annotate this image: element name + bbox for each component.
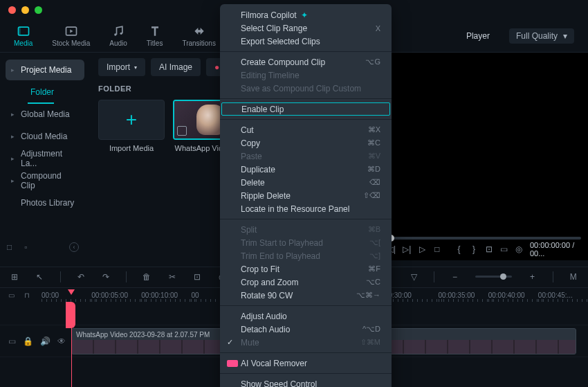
sidebar-item-adjustment-layer[interactable]: ▸Adjustment La...: [6, 148, 84, 169]
preview-controls: ◁| ▷| ▷ □ { } ⊡ ▭ ◎ 00:00:00:00 / 00...: [387, 241, 581, 258]
maximize-window-button[interactable]: [35, 6, 42, 14]
crop-button[interactable]: ⊡: [192, 271, 202, 282]
video-track-icon[interactable]: ▭: [8, 336, 16, 346]
volume-icon[interactable]: 🔊: [40, 336, 50, 346]
sidebar-item-photos-library[interactable]: Photos Library: [6, 192, 84, 213]
menu-item-locate-in-the-resource-panel[interactable]: Locate in the Resource Panel: [220, 202, 392, 215]
titles-icon: [148, 24, 162, 38]
ai-badge-icon: [227, 360, 238, 367]
chevron-down-icon: ▾: [134, 64, 137, 71]
sparkle-icon: [227, 10, 237, 20]
menu-item-save-as-compound-clip-custom: Save as Compound Clip Custom: [220, 82, 392, 95]
chevron-down-icon: ▾: [563, 31, 567, 41]
preview-panel: ◁| ▷| ▷ □ { } ⊡ ▭ ◎ 00:00:00:00 / 00...: [380, 53, 588, 260]
collapse-sidebar-button[interactable]: ‹: [69, 242, 79, 252]
sidebar-item-project-media[interactable]: ▸Project Media: [6, 60, 84, 80]
menu-item-crop-to-fit[interactable]: Crop to Fit⌘F: [220, 262, 392, 276]
playhead[interactable]: [71, 305, 72, 387]
tab-audio[interactable]: Audio: [109, 24, 127, 47]
zoom-out-button[interactable]: −: [450, 271, 459, 282]
play-pause-button[interactable]: ▷|: [403, 244, 411, 254]
window-controls: [8, 6, 42, 14]
bracket-open-icon[interactable]: {: [455, 244, 463, 254]
menu-item-editing-timeline: Editing Timeline: [220, 69, 392, 82]
sidebar-item-cloud-media[interactable]: ▸Cloud Media: [6, 126, 84, 147]
pointer-icon[interactable]: ↖: [35, 271, 44, 282]
menu-item-duplicate[interactable]: Duplicate⌘D: [220, 163, 392, 176]
chevron-right-icon: ▸: [11, 66, 15, 73]
sidebar-item-folder[interactable]: Folder: [0, 82, 90, 102]
stock-media-icon: [64, 24, 78, 38]
chevron-right-icon: ▸: [11, 133, 15, 140]
context-menu: Filmora Copilot ✦Select Clip RangeXExpor…: [220, 4, 392, 387]
menu-item-rotate-90-cw[interactable]: Rotate 90 CW⌥⌘→: [220, 289, 392, 302]
menu-item-copy[interactable]: Copy⌘C: [220, 136, 392, 150]
sidebar: ▸Project Media Folder ▸Global Media ▸Clo…: [0, 53, 90, 260]
crop-icon[interactable]: ⊡: [485, 244, 493, 254]
quality-dropdown[interactable]: Full Quality ▾: [509, 28, 574, 44]
delete-button[interactable]: 🗑: [142, 271, 151, 282]
menu-item-ripple-delete[interactable]: Ripple Delete⇧⌫: [220, 189, 392, 202]
import-button[interactable]: Import▾: [98, 58, 145, 76]
menu-item-export-selected-clips[interactable]: Export Selected Clips: [220, 35, 392, 48]
menu-item-crop-and-zoom[interactable]: Crop and Zoom⌥C: [220, 276, 392, 289]
menu-item-ai-vocal-remover[interactable]: AI Vocal Remover: [220, 357, 392, 370]
display-icon[interactable]: ▭: [500, 244, 508, 254]
record-dot-icon: ●: [214, 62, 219, 72]
film-icon: [177, 126, 187, 136]
tab-stock-media[interactable]: Stock Media: [52, 24, 90, 47]
menu-item-show-speed-control[interactable]: Show Speed Control: [220, 377, 392, 387]
play-button[interactable]: ▷: [418, 244, 426, 254]
preview-scrubber[interactable]: [387, 237, 581, 240]
redo-button[interactable]: ↷: [101, 271, 111, 282]
track-view-icon[interactable]: ▭: [8, 291, 15, 299]
zoom-slider[interactable]: [475, 276, 513, 278]
new-folder-icon[interactable]: □: [7, 242, 12, 252]
ai-image-button[interactable]: AI Image: [151, 58, 201, 76]
media-icon: [17, 24, 30, 38]
menu-item-detach-audio[interactable]: Detach Audio^⌥D: [220, 323, 392, 336]
menu-item-trim-start-to-playhead: Trim Start to Playhead⌥[: [220, 236, 392, 249]
menu-item-enable-clip[interactable]: Enable Clip: [221, 102, 390, 116]
clip-handle[interactable]: [66, 302, 75, 328]
sidebar-item-global-media[interactable]: ▸Global Media: [6, 104, 84, 125]
lock-icon[interactable]: 🔒: [23, 336, 33, 346]
minimize-window-button[interactable]: [21, 6, 29, 14]
ruler-tick: 00:00:35:00: [439, 291, 488, 299]
menu-item-cut[interactable]: Cut⌘X: [220, 123, 392, 136]
transitions-icon: [192, 24, 206, 38]
marker-m-icon[interactable]: M: [569, 271, 578, 282]
menu-item-delete[interactable]: Delete⌫: [220, 176, 392, 189]
menu-item-filmora-copilot[interactable]: Filmora Copilot ✦: [220, 8, 392, 21]
ruler-tick: 00:00:45:...: [538, 291, 588, 299]
tab-titles[interactable]: Titles: [147, 24, 163, 47]
svg-point-3: [114, 33, 116, 35]
magnet-icon[interactable]: ⊓: [24, 291, 30, 299]
tab-media[interactable]: Media: [14, 24, 33, 47]
tab-transitions[interactable]: Transitions: [182, 24, 216, 47]
ruler-tick: 00:00: [42, 291, 91, 299]
zoom-handle[interactable]: [500, 273, 506, 280]
snapshot-icon[interactable]: ◎: [515, 244, 523, 254]
menu-item-select-clip-range[interactable]: Select Clip RangeX: [220, 21, 392, 35]
close-window-button[interactable]: [8, 6, 16, 14]
import-media-tile[interactable]: + Import Media: [98, 100, 165, 152]
grid-icon[interactable]: ⊞: [10, 271, 19, 282]
bracket-close-icon[interactable]: }: [470, 244, 478, 254]
new-bin-icon[interactable]: ▫: [24, 242, 27, 252]
stop-button[interactable]: □: [433, 244, 441, 254]
zoom-in-button[interactable]: +: [527, 271, 537, 282]
ruler-tick: 00:00:10:00: [141, 291, 191, 299]
visibility-icon[interactable]: 👁: [57, 336, 66, 346]
sidebar-item-compound-clip[interactable]: ▸Compound Clip: [6, 170, 84, 191]
menu-item-trim-end-to-playhead: Trim End to Playhead⌥]: [220, 249, 392, 262]
svg-rect-1: [18, 27, 20, 35]
split-button[interactable]: ✂: [167, 271, 176, 282]
menu-item-adjust-audio[interactable]: Adjust Audio: [220, 309, 392, 323]
menu-item-create-compound-clip[interactable]: Create Compound Clip⌥G: [220, 55, 392, 69]
chevron-right-icon: ▸: [11, 111, 15, 118]
marker-icon[interactable]: ▽: [409, 271, 419, 282]
ruler-tick: 00:00:40:00: [488, 291, 538, 299]
undo-button[interactable]: ↶: [76, 271, 86, 282]
player-label: Player: [466, 31, 490, 41]
